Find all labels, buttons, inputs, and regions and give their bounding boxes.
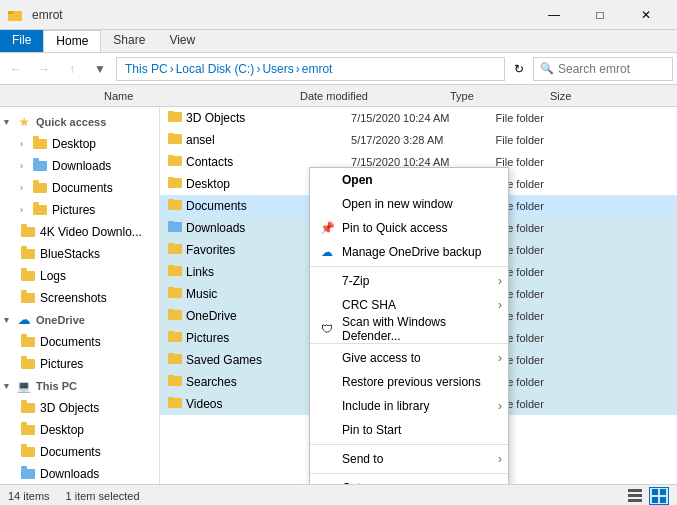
path-emrot[interactable]: emrot <box>302 62 333 76</box>
sidebar-item-screenshots[interactable]: Screenshots <box>0 287 159 309</box>
up-button[interactable]: ↑ <box>60 57 84 81</box>
chevron-right-icon: › <box>20 139 30 149</box>
svg-rect-8 <box>660 497 666 503</box>
search-box[interactable]: 🔍 <box>533 57 673 81</box>
address-path[interactable]: This PC › Local Disk (C:) › Users › emro… <box>116 57 505 81</box>
ctx-manage-onedrive[interactable]: ☁ Manage OneDrive backup <box>310 240 508 264</box>
sidebar-item-od-documents[interactable]: Documents <box>0 331 159 353</box>
folder-icon-searches <box>168 375 182 389</box>
statusbar-item-count: 14 items <box>8 490 50 502</box>
titlebar-icon-1 <box>8 7 24 23</box>
ctx-pin-quick-access[interactable]: 📌 Pin to Quick access <box>310 216 508 240</box>
sidebar-item-pc-downloads[interactable]: Downloads <box>0 463 159 484</box>
sidebar-label-downloads: Downloads <box>52 159 111 173</box>
close-button[interactable]: ✕ <box>623 0 669 30</box>
sidebar-label-4kvideo: 4K Video Downlo... <box>40 225 142 239</box>
ctx-crc-sha[interactable]: CRC SHA <box>310 293 508 317</box>
folder-icon-ansel <box>168 133 182 147</box>
forward-button[interactable]: → <box>32 57 56 81</box>
svg-rect-7 <box>652 497 658 503</box>
col-header-name[interactable]: Name <box>100 90 300 102</box>
sidebar-item-od-pictures[interactable]: Pictures <box>0 353 159 375</box>
cloud-icon: ☁ <box>16 312 32 328</box>
ctx-give-access[interactable]: Give access to <box>310 346 508 370</box>
svg-rect-3 <box>628 494 642 497</box>
col-header-type[interactable]: Type <box>450 90 550 102</box>
sidebar-item-4kvideo[interactable]: 4K Video Downlo... <box>0 221 159 243</box>
ctx-give-access-label: Give access to <box>342 351 421 365</box>
col-header-date[interactable]: Date modified <box>300 90 450 102</box>
sidebar-section-quick-access: ▾ ★ Quick access <box>0 111 159 133</box>
ctx-manage-onedrive-label: Manage OneDrive backup <box>342 245 481 259</box>
tab-file[interactable]: File <box>0 30 43 52</box>
folder-icon-contacts <box>168 155 182 169</box>
crc-icon <box>318 296 336 314</box>
path-localdisk[interactable]: Local Disk (C:) <box>176 62 255 76</box>
folder-icon-pc-documents <box>20 444 36 460</box>
path-thispc[interactable]: This PC <box>125 62 168 76</box>
statusbar: 14 items 1 item selected <box>0 484 677 505</box>
address-bar: ← → ↑ ▼ This PC › Local Disk (C:) › User… <box>0 53 677 85</box>
maximize-button[interactable]: □ <box>577 0 623 30</box>
sidebar-item-documents[interactable]: › Documents <box>0 177 159 199</box>
titlebar-folder-icons <box>8 7 24 23</box>
ctx-include-library[interactable]: Include in library <box>310 394 508 418</box>
ctx-open[interactable]: Open <box>310 168 508 192</box>
ribbon: File Home Share View <box>0 30 677 53</box>
ctx-restore-versions[interactable]: Restore previous versions <box>310 370 508 394</box>
sidebar-label-od-documents: Documents <box>40 335 101 349</box>
sidebar-item-bluestacks[interactable]: BlueStacks <box>0 243 159 265</box>
ctx-pin-start[interactable]: Pin to Start <box>310 418 508 442</box>
minimize-button[interactable]: — <box>531 0 577 30</box>
sidebar-item-3dobjects[interactable]: 3D Objects <box>0 397 159 419</box>
restore-icon <box>318 373 336 391</box>
ctx-scan-defender[interactable]: 🛡 Scan with Windows Defender... <box>310 317 508 341</box>
table-row[interactable]: ansel 5/17/2020 3:28 AM File folder <box>160 129 677 151</box>
computer-icon: 💻 <box>16 378 32 394</box>
view-details-button[interactable] <box>625 487 645 505</box>
folder-icon-documents <box>168 199 182 213</box>
main-layout: ▾ ★ Quick access › Desktop › Downloads ›… <box>0 107 677 484</box>
table-row[interactable]: 3D Objects 7/15/2020 10:24 AM File folde… <box>160 107 677 129</box>
ctx-crc-sha-label: CRC SHA <box>342 298 396 312</box>
titlebar-controls[interactable]: — □ ✕ <box>531 0 669 30</box>
view-list-button[interactable] <box>649 487 669 505</box>
sidebar-section-onedrive[interactable]: ▾ ☁ OneDrive <box>0 309 159 331</box>
ctx-open-new-window[interactable]: Open in new window <box>310 192 508 216</box>
folder-icon-music <box>168 287 182 301</box>
col-header-size[interactable]: Size <box>550 90 630 102</box>
sidebar-section-thispc[interactable]: ▾ 💻 This PC <box>0 375 159 397</box>
ctx-7zip-label: 7-Zip <box>342 274 369 288</box>
sidebar-label-logs: Logs <box>40 269 66 283</box>
sidebar-item-pc-documents[interactable]: Documents <box>0 441 159 463</box>
ctx-open-new-window-label: Open in new window <box>342 197 453 211</box>
svg-rect-1 <box>8 11 13 14</box>
sidebar-thispc-label: This PC <box>36 380 77 392</box>
ctx-send-to[interactable]: Send to <box>310 447 508 471</box>
sidebar-item-downloads[interactable]: › Downloads <box>0 155 159 177</box>
tab-share[interactable]: Share <box>101 30 157 52</box>
sidebar-label-pc-downloads: Downloads <box>40 467 99 481</box>
sidebar-item-pictures[interactable]: › Pictures <box>0 199 159 221</box>
sidebar-item-pc-desktop[interactable]: Desktop <box>0 419 159 441</box>
sidebar-item-logs[interactable]: Logs <box>0 265 159 287</box>
chevron-down-icon: ▾ <box>4 381 14 391</box>
sidebar-quickaccess-label: Quick access <box>36 116 106 128</box>
tab-view[interactable]: View <box>157 30 207 52</box>
ctx-cut[interactable]: Cut <box>310 476 508 484</box>
svg-rect-5 <box>652 489 658 495</box>
file-list: 3D Objects 7/15/2020 10:24 AM File folde… <box>160 107 677 484</box>
path-users[interactable]: Users <box>262 62 293 76</box>
ctx-7zip[interactable]: 7-Zip <box>310 269 508 293</box>
pin-icon: 📌 <box>318 219 336 237</box>
recent-locations-button[interactable]: ▼ <box>88 57 112 81</box>
refresh-button[interactable]: ↻ <box>509 57 529 81</box>
cut-icon <box>318 479 336 484</box>
folder-icon-documents <box>32 180 48 196</box>
svg-rect-4 <box>628 499 642 502</box>
search-input[interactable] <box>558 62 666 76</box>
sidebar-item-desktop[interactable]: › Desktop <box>0 133 159 155</box>
back-button[interactable]: ← <box>4 57 28 81</box>
titlebar: emrot — □ ✕ <box>0 0 677 30</box>
tab-home[interactable]: Home <box>43 30 101 52</box>
